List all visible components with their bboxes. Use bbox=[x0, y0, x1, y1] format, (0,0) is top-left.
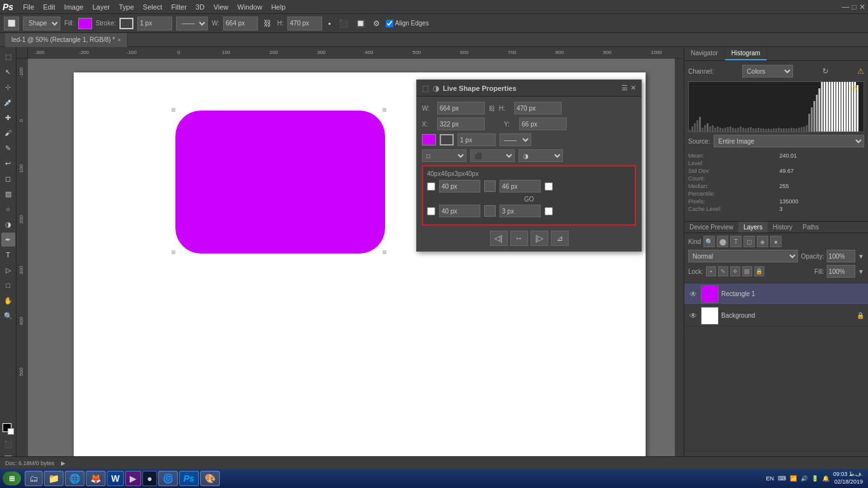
taskbar-app-chrome[interactable]: 🌀 bbox=[158, 471, 178, 486]
tray-battery-icon[interactable]: 🔋 bbox=[811, 475, 818, 482]
tool-mode-shape[interactable]: ⬜ bbox=[4, 17, 19, 30]
lock-transparent-icon[interactable]: ▪ bbox=[706, 266, 716, 276]
fill-input[interactable] bbox=[827, 265, 855, 278]
filter-pixel-icon[interactable]: 🔍 bbox=[703, 236, 715, 247]
handle-bl[interactable] bbox=[171, 250, 176, 255]
start-button[interactable]: ⊞ bbox=[3, 471, 21, 485]
eyedropper-tool[interactable]: 💉 bbox=[1, 95, 15, 109]
width-input[interactable] bbox=[223, 17, 258, 30]
taskbar-app-explorer[interactable]: 🗂 bbox=[25, 471, 43, 486]
blur-tool[interactable]: ○ bbox=[1, 202, 15, 216]
lock-artboards-icon[interactable]: ▨ bbox=[742, 266, 752, 276]
align-top-icon[interactable]: ⬛ bbox=[337, 18, 350, 29]
h-input[interactable] bbox=[514, 102, 562, 114]
align-horizontal-button[interactable]: ↔ bbox=[510, 231, 528, 246]
taskbar-app-ie[interactable]: 🌐 bbox=[65, 471, 85, 486]
healing-brush-tool[interactable]: ✚ bbox=[1, 111, 15, 125]
selection-tool[interactable]: ⬚ bbox=[1, 50, 15, 64]
tray-notifications-icon[interactable]: 🔔 bbox=[822, 475, 829, 482]
rectangle-tool[interactable]: □ bbox=[1, 278, 15, 292]
opacity-input[interactable] bbox=[827, 250, 855, 262]
history-brush-tool[interactable]: ↩ bbox=[1, 156, 15, 170]
menu-window[interactable]: Window bbox=[233, 2, 267, 12]
tab-paths[interactable]: Paths bbox=[797, 222, 824, 233]
tab-navigator[interactable]: Navigator bbox=[684, 47, 725, 60]
close-button[interactable]: ✕ bbox=[859, 3, 865, 11]
wh-link-icon[interactable]: ⛓ bbox=[489, 105, 495, 112]
tab-device-preview[interactable]: Device Preview bbox=[684, 222, 738, 233]
opacity-arrow[interactable]: ▼ bbox=[858, 253, 864, 260]
taskbar-app-word[interactable]: W bbox=[107, 471, 124, 486]
taskbar-app-photoshop[interactable]: Ps bbox=[179, 471, 199, 486]
stroke-swatch[interactable] bbox=[119, 18, 133, 29]
document-tab[interactable]: led-1 @ 50% (Rectangle 1, RGB/8) * × bbox=[5, 33, 128, 47]
dodge-tool[interactable]: ◑ bbox=[1, 217, 15, 231]
type-tool[interactable]: T bbox=[1, 248, 15, 262]
x-input[interactable] bbox=[437, 118, 485, 130]
corner-bl-input[interactable] bbox=[439, 205, 480, 217]
taskbar-app-paint[interactable]: 🎨 bbox=[200, 471, 220, 486]
filter-adjustment-icon[interactable]: ⬤ bbox=[717, 236, 728, 247]
filter-enabled-toggle[interactable]: ● bbox=[770, 236, 782, 247]
lock-all-icon[interactable]: 🔒 bbox=[754, 266, 764, 276]
filter-shape-icon[interactable]: ◻ bbox=[743, 236, 755, 247]
stroke-color-swatch[interactable] bbox=[440, 134, 454, 146]
tray-volume-icon[interactable]: 🔊 bbox=[801, 475, 808, 482]
filter-smart-icon[interactable]: ◈ bbox=[757, 236, 768, 247]
corner-br-checkbox[interactable] bbox=[545, 207, 553, 215]
align-edges-checkbox[interactable] bbox=[386, 20, 393, 27]
menu-layer[interactable]: Layer bbox=[88, 2, 114, 12]
quick-mask-mode[interactable]: ⬛ bbox=[1, 437, 15, 451]
panel-mask-icon[interactable]: ◑ bbox=[433, 84, 439, 93]
tab-histogram[interactable]: Histogram bbox=[725, 47, 768, 60]
align-right-button[interactable]: |▷ bbox=[531, 231, 548, 246]
corner-br-input[interactable] bbox=[499, 205, 541, 217]
path-selection-tool[interactable]: ▷ bbox=[1, 263, 15, 277]
tab-close-button[interactable]: × bbox=[118, 37, 121, 43]
shape-rectangle-1[interactable] bbox=[175, 111, 385, 254]
height-input[interactable] bbox=[287, 17, 322, 30]
expand-button[interactable]: ▶ bbox=[61, 460, 65, 466]
align-bottom-button[interactable]: ⊿ bbox=[551, 231, 569, 246]
align-select-1[interactable]: □ bbox=[422, 149, 466, 162]
stroke-type-prop-select[interactable]: —— bbox=[499, 133, 531, 146]
corner-tl-input[interactable] bbox=[439, 180, 480, 193]
handle-tr[interactable] bbox=[382, 107, 387, 112]
corner-tr-input[interactable] bbox=[499, 180, 541, 193]
link-icon[interactable]: ⛓ bbox=[262, 18, 273, 29]
refresh-icon[interactable]: ↻ bbox=[822, 67, 829, 76]
corner-go-button[interactable]: GO bbox=[427, 196, 631, 203]
settings-icon[interactable]: ⚙ bbox=[371, 18, 382, 29]
source-select[interactable]: Entire Image bbox=[714, 135, 864, 147]
stroke-width-prop-input[interactable] bbox=[458, 133, 496, 146]
fill-swatch[interactable] bbox=[78, 18, 92, 29]
taskbar-app-media[interactable]: ● bbox=[142, 471, 156, 486]
panel-resize-icon[interactable]: ⬚ bbox=[422, 84, 429, 93]
layer-item-rectangle1[interactable]: 👁 Rectangle 1 bbox=[684, 283, 868, 305]
menu-filter[interactable]: Filter bbox=[166, 2, 191, 12]
crop-tool[interactable]: ⊹ bbox=[1, 80, 15, 94]
panel-close-icon[interactable]: ✕ bbox=[630, 84, 636, 92]
taskbar-app-video[interactable]: ▶ bbox=[125, 471, 141, 486]
foreground-bg-color[interactable] bbox=[1, 422, 15, 436]
align-select-2[interactable]: ⬛ bbox=[470, 149, 515, 162]
w-input[interactable] bbox=[437, 102, 485, 114]
menu-type[interactable]: Type bbox=[114, 2, 139, 12]
clone-stamp-tool[interactable]: ✎ bbox=[1, 141, 15, 155]
brush-tool[interactable]: 🖌 bbox=[1, 126, 15, 140]
tray-network-icon[interactable]: 📶 bbox=[790, 475, 797, 482]
layer-eye-rectangle1[interactable]: 👁 bbox=[688, 289, 698, 299]
corner-tr-checkbox[interactable] bbox=[545, 182, 553, 191]
handle-tl[interactable] bbox=[171, 107, 176, 112]
taskbar-app-firefox[interactable]: 🦊 bbox=[86, 471, 105, 486]
menu-3d[interactable]: 3D bbox=[191, 2, 209, 12]
canvas-scroll-vertical[interactable] bbox=[675, 58, 684, 460]
fill-arrow[interactable]: ▼ bbox=[858, 268, 864, 275]
corner-tl-checkbox[interactable] bbox=[427, 182, 435, 191]
shape-mode-select[interactable]: Shape bbox=[23, 17, 60, 30]
menu-select[interactable]: Select bbox=[139, 2, 167, 12]
align-center-icon[interactable]: 🔲 bbox=[354, 18, 367, 29]
tray-keyboard-icon[interactable]: ⌨ bbox=[778, 475, 786, 482]
blend-mode-select[interactable]: Normal bbox=[688, 250, 798, 262]
handle-br[interactable] bbox=[382, 250, 387, 255]
